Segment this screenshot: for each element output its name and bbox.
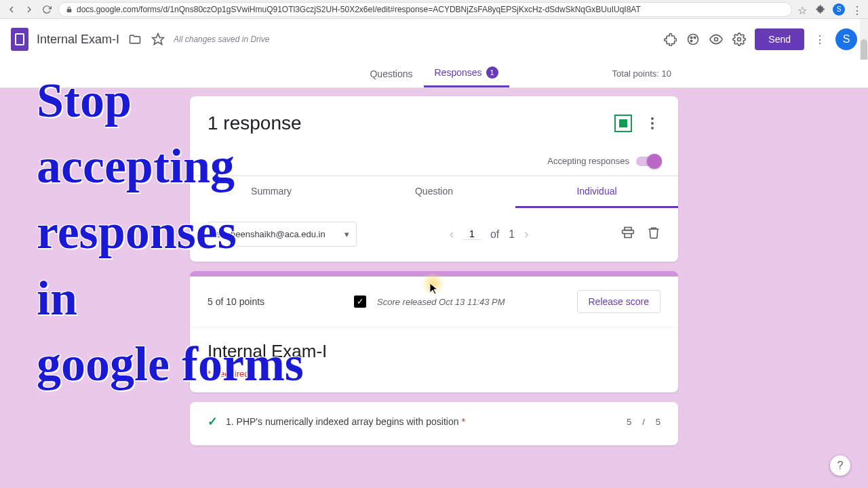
svg-rect-8 — [625, 234, 631, 238]
help-icon[interactable]: ? — [830, 455, 850, 476]
response-subtabs: Summary Question Individual — [190, 176, 678, 208]
question-score-max: 5 — [656, 417, 660, 427]
form-tabs: Questions Responses 1 Total points: 10 — [0, 60, 868, 88]
send-button[interactable]: Send — [755, 28, 804, 50]
form-title: Internal Exam-I — [208, 341, 660, 362]
svg-point-3 — [694, 37, 696, 39]
forward-icon[interactable] — [23, 3, 35, 16]
next-response-icon[interactable]: › — [524, 227, 528, 241]
sheets-icon[interactable] — [614, 115, 632, 132]
browser-menu-icon[interactable]: ⋮ — [852, 4, 863, 15]
release-score-button[interactable]: Release score — [577, 290, 661, 313]
svg-point-5 — [715, 38, 718, 41]
question-card-1: ✓ 1. PHP's numerically indexed array beg… — [190, 402, 678, 445]
score-divider: / — [642, 417, 645, 427]
save-status: All changes saved in Drive — [174, 35, 269, 44]
points-text: 5 of 10 points — [208, 296, 343, 307]
subtab-individual[interactable]: Individual — [515, 176, 678, 208]
pager-current-input[interactable] — [463, 228, 481, 240]
respondent-select[interactable]: shaheenshaikh@aca.edu.in — [208, 222, 357, 247]
accepting-toggle[interactable] — [636, 157, 660, 166]
respondent-email: shaheenshaikh@aca.edu.in — [216, 229, 326, 239]
question-score-earned: 5 — [627, 417, 631, 427]
pager-of-label: of — [490, 228, 499, 241]
folder-icon[interactable] — [127, 32, 142, 47]
svg-marker-0 — [153, 34, 164, 45]
print-icon[interactable] — [621, 226, 635, 243]
back-icon[interactable] — [5, 3, 18, 16]
star-icon[interactable] — [151, 32, 165, 47]
released-checkbox-icon: ✓ — [354, 296, 366, 308]
url-bar[interactable]: docs.google.com/forms/d/1nQns80czOp1gSVw… — [58, 2, 792, 17]
extensions-icon[interactable] — [815, 4, 826, 15]
star-outline-icon[interactable]: ☆ — [797, 4, 808, 15]
svg-point-1 — [688, 35, 698, 45]
tab-responses[interactable]: Responses 1 — [424, 60, 509, 87]
tab-questions[interactable]: Questions — [359, 62, 423, 86]
cursor-icon — [430, 283, 438, 294]
question-text-content: 1. PHP's numerically indexed array begin… — [226, 416, 461, 427]
subtab-summary[interactable]: Summary — [190, 176, 353, 208]
pager-total: 1 — [509, 228, 515, 241]
question-text: 1. PHP's numerically indexed array begin… — [226, 416, 618, 427]
svg-point-6 — [738, 38, 741, 41]
addons-icon[interactable] — [663, 32, 677, 47]
browser-profile-avatar[interactable]: S — [833, 3, 845, 16]
url-text: docs.google.com/forms/d/1nQns80czOp1gSVw… — [77, 5, 641, 14]
lock-icon — [66, 6, 73, 13]
required-label: Required — [208, 369, 660, 379]
svg-point-4 — [691, 40, 693, 42]
response-pager: ‹ of 1 › — [369, 227, 609, 241]
svg-point-2 — [691, 37, 693, 39]
responses-card: 1 response Accepting responses Summary Q… — [190, 96, 678, 262]
browser-toolbar: docs.google.com/forms/d/1nQns80czOp1gSVw… — [0, 0, 868, 19]
responses-menu-icon[interactable] — [644, 117, 660, 129]
more-icon[interactable]: ⋮ — [812, 32, 827, 47]
document-title[interactable]: Internal Exam-I — [37, 33, 119, 47]
released-text: Score released Oct 13 11:43 PM — [377, 297, 566, 307]
total-points-label: Total points: 10 — [612, 68, 671, 79]
correct-check-icon: ✓ — [208, 414, 218, 429]
subtab-question[interactable]: Question — [353, 176, 515, 208]
accepting-label: Accepting responses — [547, 156, 629, 166]
responses-count-badge: 1 — [486, 66, 498, 79]
forms-header: Internal Exam-I All changes saved in Dri… — [0, 19, 868, 60]
question-score: 5 / 5 — [627, 417, 660, 427]
settings-icon[interactable] — [732, 32, 747, 47]
preview-icon[interactable] — [709, 32, 724, 47]
reload-icon[interactable] — [41, 3, 53, 16]
forms-logo-icon[interactable] — [11, 28, 28, 51]
delete-icon[interactable] — [647, 226, 660, 243]
tab-questions-label: Questions — [370, 68, 412, 79]
responses-title: 1 response — [208, 113, 614, 134]
tab-responses-label: Responses — [435, 67, 482, 78]
theme-icon[interactable] — [686, 32, 701, 47]
account-avatar[interactable]: S — [835, 28, 857, 50]
prev-response-icon[interactable]: ‹ — [450, 227, 454, 241]
